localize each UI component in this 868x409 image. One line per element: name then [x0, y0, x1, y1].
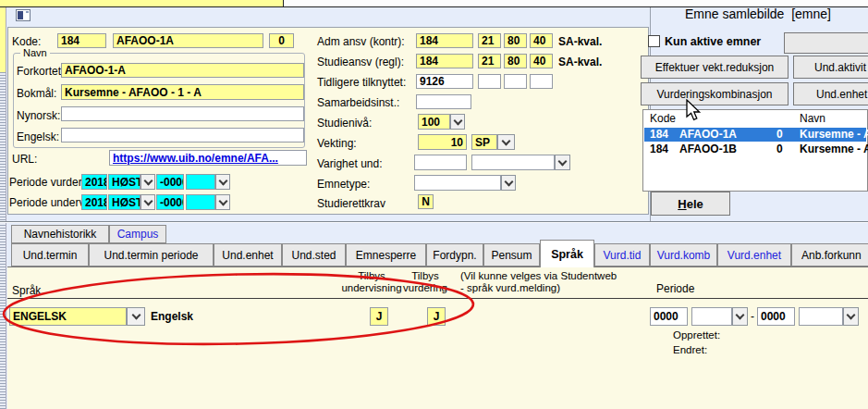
tab-vurd-enhet[interactable]: Vurd.enhet — [717, 243, 791, 266]
periode-underv-fra-termin[interactable]: HØST — [108, 194, 141, 210]
varighet-enhet-field[interactable] — [471, 155, 555, 170]
varighet-antall-field[interactable] — [414, 155, 467, 170]
studierettkrav-field[interactable]: N — [418, 194, 434, 209]
chevron-down-icon — [143, 176, 153, 185]
tidligere-extra1-field[interactable] — [478, 74, 501, 89]
vekting-enhet-dropdown[interactable] — [497, 134, 515, 150]
emnetype-field[interactable] — [414, 175, 501, 191]
forkortet-label: Forkortet: — [17, 65, 64, 79]
tab-und-enhet[interactable]: Und.enhet — [214, 243, 282, 266]
periode-underv-fra-ar[interactable]: 2018 — [81, 194, 107, 210]
tab-und-termin-periode[interactable]: Und.termin periode — [89, 243, 214, 266]
sprak-periode-til-ar[interactable]: 0000 — [757, 307, 795, 326]
tab-sprak[interactable]: Språk — [540, 240, 594, 267]
bokmal-label: Bokmål: — [17, 87, 56, 101]
vurderingskombinasjon-button[interactable]: Vurderingskombinasjon — [641, 82, 789, 105]
chevron-down-icon — [736, 311, 745, 320]
tab-fordypn[interactable]: Fordypn. — [426, 243, 483, 266]
studieansv-gr-field[interactable]: 40 — [530, 54, 553, 68]
periode-underv-til-ar[interactable]: -0000 — [156, 194, 184, 210]
emne-list-row-selected[interactable]: 184 AFAOO-1A 0 Kursemne - A — [644, 128, 866, 142]
varighet-label: Varighet und: — [317, 157, 383, 171]
periode-vurdering-til-ar[interactable]: -0000 — [156, 174, 184, 190]
adm-ansv-inst-field[interactable]: 184 — [416, 33, 473, 48]
pane-header-rule — [7, 298, 868, 299]
periode-underv-til-termin[interactable] — [186, 194, 215, 210]
sprak-periode-til-dropdown[interactable] — [843, 307, 859, 326]
kode-versjon-field[interactable]: 0 — [269, 33, 294, 48]
periode-vurdering-fra-ar[interactable]: 2018 — [81, 174, 107, 190]
kun-aktive-checkbox[interactable] — [648, 35, 660, 47]
emne-list-row[interactable]: 184 AFAOO-1B 0 Kursemne - A — [644, 143, 866, 156]
tidligere-extra2-field[interactable] — [504, 74, 527, 89]
tilbys-vurdering-field[interactable]: J — [427, 307, 446, 326]
studieansv-ins-field[interactable]: 80 — [504, 54, 527, 68]
hele-button[interactable]: Hele — [651, 192, 730, 216]
samarbeid-label: Samarbeidsinst.: — [317, 96, 399, 110]
tab-vurd-tid[interactable]: Vurd.tid — [594, 243, 650, 266]
adm-ansv-stedsnavn: SA-kval. — [558, 35, 602, 49]
bokmal-field[interactable]: Kursemne - AFAOO - 1 - A — [61, 84, 304, 100]
vekting-enhet-field[interactable]: SP — [471, 134, 497, 150]
left-strip-yellow — [0, 7, 6, 72]
periode-underv-til-dropdown[interactable] — [215, 194, 230, 210]
periode-vurdering-til-dropdown[interactable] — [215, 174, 230, 190]
forkortet-field[interactable]: AFAOO-1-A — [61, 63, 304, 78]
tab-pensum[interactable]: Pensum — [483, 243, 540, 266]
vekting-label: Vekting: — [317, 137, 357, 151]
tidligere-field[interactable]: 9126 — [416, 74, 473, 89]
adm-ansv-label: Adm ansv (kontr): — [317, 35, 405, 49]
sprak-name: Engelsk — [151, 310, 193, 324]
chevron-down-icon — [131, 311, 141, 320]
sprak-code-dropdown[interactable] — [127, 307, 145, 326]
studieniva-dropdown[interactable] — [450, 114, 465, 130]
url-link[interactable]: https://www.uib.no/emne/AFA... — [113, 152, 278, 165]
tilbys-undervisning-field[interactable]: J — [370, 307, 388, 326]
kode-inst-field[interactable]: 184 — [57, 33, 106, 48]
effektuer-vekt-reduksjon-button[interactable]: Effektuer vekt.reduksjon — [641, 56, 789, 79]
sprak-column-header: Språk — [12, 284, 41, 298]
sprak-periode-fra-dropdown[interactable] — [732, 307, 748, 326]
endret-label: Endret: — [673, 344, 707, 356]
periode-underv-termin-dropdown[interactable] — [141, 194, 155, 210]
hele-label-rest: ele — [687, 197, 703, 211]
sprak-periode-fra-termin[interactable] — [691, 307, 732, 326]
adm-ansv-fak-field[interactable]: 21 — [478, 33, 501, 48]
sprak-code-field[interactable]: ENGELSK — [9, 307, 127, 326]
periode-vurdering-til-termin[interactable] — [186, 174, 215, 190]
engelsk-field[interactable] — [61, 128, 304, 143]
und-aktivitet-button[interactable]: Und.aktivit — [793, 56, 868, 79]
periode-vurdering-termin-dropdown[interactable] — [141, 174, 155, 190]
tab-emnesperre[interactable]: Emnesperre — [346, 243, 426, 266]
kun-aktive-label: Kun aktive emner — [665, 35, 761, 49]
studieansv-inst-field[interactable]: 184 — [416, 54, 473, 68]
tab-vurd-komb[interactable]: Vurd.komb — [650, 243, 717, 266]
tab-und-termin[interactable]: Und.termin — [11, 243, 89, 266]
row-navn: Kursemne - A — [800, 143, 868, 156]
sprak-periode-til-termin[interactable] — [799, 307, 843, 326]
tidligere-extra3-field[interactable] — [530, 74, 553, 89]
nynorsk-field[interactable] — [61, 106, 304, 121]
tilbys-vurdering-header: Tilbysvurdering — [392, 270, 458, 294]
tab-campus[interactable]: Campus — [109, 225, 166, 243]
emne-list-header: Kode Navn — [644, 112, 866, 126]
studieansv-fak-field[interactable]: 21 — [478, 54, 501, 68]
studieniva-field[interactable]: 100 — [418, 114, 450, 130]
blank-button[interactable] — [784, 32, 868, 54]
emnetype-dropdown[interactable] — [501, 175, 516, 191]
tab-anb-forkunn[interactable]: Anb.forkunn — [791, 243, 868, 266]
vekting-field[interactable]: 10 — [418, 134, 467, 150]
und-enhet-button[interactable]: Und.enhet — [793, 82, 868, 105]
tab-navnehistorikk[interactable]: Navnehistorikk — [11, 225, 109, 243]
periode-vurdering-fra-termin[interactable]: HØST — [108, 174, 141, 190]
kode-emnekode-field[interactable]: AFAOO-1A — [113, 33, 263, 48]
samarbeid-field[interactable] — [416, 94, 471, 109]
form-window-icon[interactable] — [16, 9, 31, 21]
varighet-enhet-dropdown[interactable] — [555, 155, 570, 170]
adm-ansv-gr-field[interactable]: 40 — [530, 33, 553, 48]
chevron-down-icon — [502, 136, 511, 145]
tab-und-sted[interactable]: Und.sted — [282, 243, 346, 266]
sprak-periode-fra-ar[interactable]: 0000 — [650, 307, 688, 326]
adm-ansv-ins-field[interactable]: 80 — [504, 33, 527, 48]
studentweb-note: (Vil kunne velges via Studentweb- språk … — [460, 270, 617, 294]
